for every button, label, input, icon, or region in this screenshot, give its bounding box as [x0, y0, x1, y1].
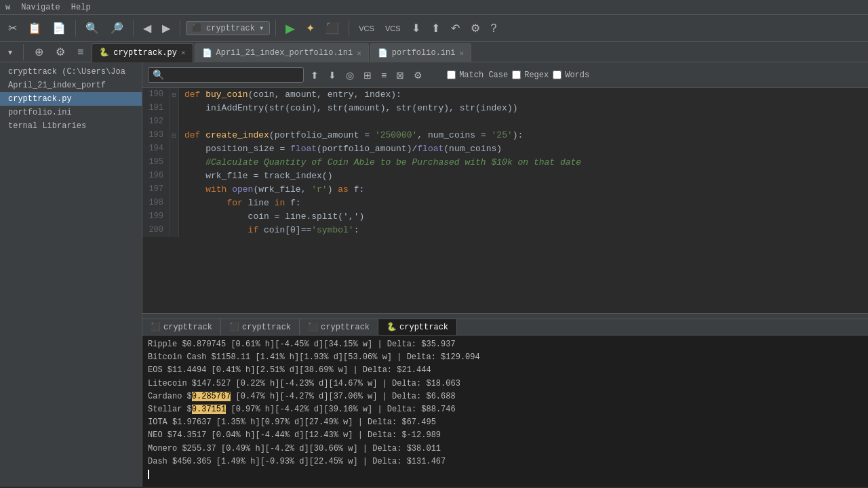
list-item: Stellar $0.37151 [0.97% h][-4.42% d][39.…: [148, 403, 863, 416]
bottom-tab-3[interactable]: 🐍crypttrack: [378, 319, 457, 335]
bottom-panel: ⬛crypttrack⬛crypttrack⬛crypttrack🐍cryptt…: [142, 319, 868, 487]
debug-button[interactable]: ✦: [302, 19, 319, 37]
sidebar: crypttrack (C:\Users\Joa April_21_index_…: [0, 62, 142, 487]
list-item: Monero $255.37 [0.49% h][-4.2% d][30.66%…: [148, 443, 863, 455]
coverage-button[interactable]: ⬛: [321, 19, 343, 37]
file-dropdown-button[interactable]: ▾: [4, 45, 16, 60]
tab-portfolio-ini[interactable]: 📄 portfolio.ini ✕: [370, 43, 471, 62]
tab-close-april-ini[interactable]: ✕: [357, 49, 361, 58]
list-item: Cardano $0.285767 [0.47% h][-4.27% d][37…: [148, 390, 863, 403]
find-button[interactable]: 🔍: [81, 19, 103, 37]
find-scope-button[interactable]: ≡: [378, 68, 389, 82]
bottom-tab-icon-3: 🐍: [387, 322, 397, 332]
vcs-rollback-button[interactable]: ↶: [447, 19, 464, 37]
find-infile-button[interactable]: ⊞: [361, 68, 374, 82]
search-bar: 🔍 ⬆ ⬇ ◎ ⊞ ≡ ⊠ ⚙ Match Case Regex Words: [142, 62, 868, 88]
menu-w[interactable]: w: [5, 3, 10, 12]
forward-button[interactable]: ▶: [158, 19, 174, 37]
vcs-update-button[interactable]: VCS: [355, 22, 378, 35]
find-prev-button[interactable]: ⬇: [326, 68, 339, 82]
match-case-checkbox[interactable]: [447, 70, 456, 79]
table-row: 200 if coin[0]=='symbol':: [142, 224, 868, 237]
bottom-tab-1[interactable]: ⬛crypttrack: [221, 319, 300, 335]
back-button[interactable]: ◀: [139, 19, 155, 37]
list-item: Dash $450.365 [1.49% h][-0.93% d][22.45%…: [148, 455, 863, 468]
sidebar-item-april[interactable]: April_21_index_portf: [0, 79, 142, 92]
settings-button[interactable]: ⚙: [467, 19, 484, 37]
table-row: 199 coin = line.split(','): [142, 210, 868, 224]
fold-icon: [170, 197, 179, 210]
find-filter-button[interactable]: ⊠: [393, 68, 407, 82]
fold-icon: [170, 210, 179, 224]
tab-label-crypttrack-py: crypttrack.py: [113, 48, 177, 58]
search-input[interactable]: [167, 70, 296, 80]
fold-icon[interactable]: ⊟: [170, 88, 179, 102]
table-row: 191 iniAddEntry(str(coin), str(amount), …: [142, 102, 868, 115]
fold-icon: [170, 169, 179, 183]
table-row: 198 for line in f:: [142, 197, 868, 210]
find-settings-button[interactable]: ⚙: [411, 68, 425, 82]
tab-crypttrack-py[interactable]: 🐍 crypttrack.py ✕: [92, 43, 193, 62]
vcs-commit-button[interactable]: VCS: [381, 22, 405, 35]
divider-ft: [23, 44, 24, 60]
list-item: Ripple $0.870745 [0.61% h][-4.45% d][34.…: [148, 338, 863, 351]
line-number: 199: [142, 210, 170, 224]
divider-2: [133, 20, 134, 37]
code-content: def create_index(portfolio_amount = '250…: [179, 129, 868, 142]
search-input-wrapper[interactable]: 🔍: [148, 67, 304, 83]
regex-label: Regex: [524, 70, 549, 80]
bottom-tab-2[interactable]: ⬛crypttrack: [300, 319, 378, 335]
sidebar-item-external-libraries[interactable]: ternal Libraries: [0, 119, 142, 133]
cut-button[interactable]: ✂: [4, 19, 21, 37]
list-item: EOS $11.4494 [0.41% h][2.51% d][38.69% w…: [148, 364, 863, 377]
list-item: Litecoin $147.527 [0.22% h][-4.23% d][14…: [148, 378, 863, 390]
match-case-option[interactable]: Match Case: [447, 70, 508, 80]
code-content: def buy_coin(coin, amount, entry, index)…: [179, 88, 868, 102]
fold-icon: [170, 115, 179, 129]
vcs-up-button[interactable]: ⬆: [427, 19, 444, 37]
regex-option[interactable]: Regex: [512, 70, 549, 80]
bottom-tabs: ⬛crypttrack⬛crypttrack⬛crypttrack🐍cryptt…: [142, 319, 868, 336]
project-name: crypttrack: [206, 24, 255, 33]
sidebar-item-crypttrack-root[interactable]: crypttrack (C:\Users\Joa: [0, 65, 142, 79]
new-file-button[interactable]: ⊕: [31, 43, 47, 61]
file-menu-button[interactable]: ≡: [73, 43, 87, 61]
table-row: 195 #Calculate Quantity of Coin Able to …: [142, 156, 868, 169]
project-selector[interactable]: ⬛ crypttrack ▾: [186, 21, 270, 35]
menu-help[interactable]: Help: [71, 3, 91, 12]
file-settings-button[interactable]: ⚙: [52, 43, 69, 61]
copy-button[interactable]: 📋: [24, 19, 45, 37]
bottom-tab-icon-1: ⬛: [229, 322, 239, 332]
regex-checkbox[interactable]: [512, 70, 521, 79]
code-content: iniAddEntry(str(coin), str(amount), str(…: [179, 102, 868, 115]
code-editor[interactable]: 190⊟def buy_coin(coin, amount, entry, in…: [142, 88, 868, 313]
tab-april-ini[interactable]: 📄 April_21_index_portfolio.ini ✕: [195, 43, 369, 62]
words-option[interactable]: Words: [553, 70, 589, 80]
find-next-button[interactable]: ⬆: [308, 68, 321, 82]
bottom-tab-0[interactable]: ⬛crypttrack: [142, 319, 221, 335]
project-icon: ⬛: [192, 23, 202, 33]
vcs-down-button[interactable]: ⬇: [408, 19, 425, 37]
table-row: 197 with open(wrk_file, 'r') as f:: [142, 183, 868, 197]
editor-area: 🔍 ⬆ ⬇ ◎ ⊞ ≡ ⊠ ⚙ Match Case Regex Words: [142, 62, 868, 487]
find-highlight-button[interactable]: ◎: [343, 68, 357, 82]
line-number: 191: [142, 102, 170, 115]
sidebar-item-portfolio-ini[interactable]: portfolio.ini: [0, 106, 142, 119]
menu-navigate[interactable]: Navigate: [21, 3, 60, 12]
tab-close-crypttrack-py[interactable]: ✕: [181, 48, 186, 57]
run-button[interactable]: ▶: [281, 18, 299, 39]
fold-icon: [170, 156, 179, 169]
list-item: Bitcoin Cash $1158.11 [1.41% h][1.93% d]…: [148, 351, 863, 364]
fold-icon[interactable]: ⊟: [170, 129, 179, 142]
paste-button[interactable]: 📄: [48, 19, 70, 37]
line-number: 190: [142, 88, 170, 102]
find-usages-button[interactable]: 🔎: [106, 19, 127, 37]
sidebar-item-crypttrack-py[interactable]: crypttrack.py: [0, 92, 142, 106]
divider-5: [349, 20, 349, 37]
help-button[interactable]: ?: [487, 20, 501, 37]
words-checkbox[interactable]: [553, 70, 561, 79]
tab-close-portfolio-ini[interactable]: ✕: [459, 49, 464, 58]
table-row: 196 wrk_file = track_index(): [142, 169, 868, 183]
horizontal-scrollbar[interactable]: [142, 313, 868, 319]
file-toolbar: ▾ ⊕ ⚙ ≡ 🐍 crypttrack.py ✕ 📄 April_21_ind…: [0, 42, 868, 62]
